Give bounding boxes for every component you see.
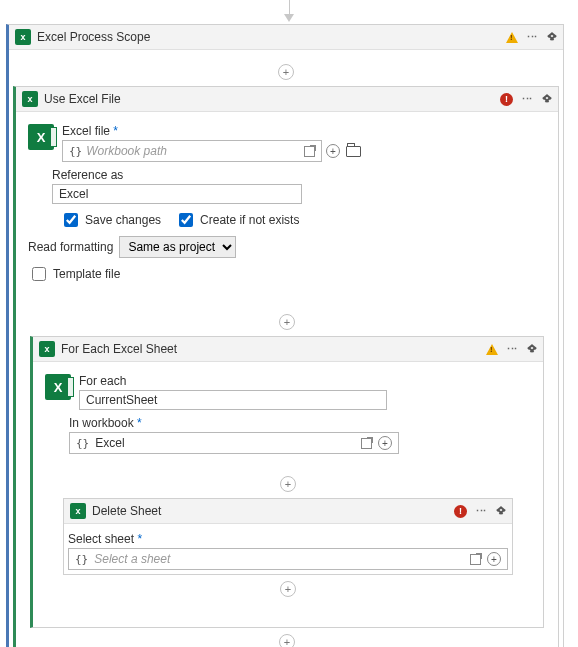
excel-icon: x <box>22 91 38 107</box>
more-menu-icon[interactable]: ⋮ <box>526 31 539 43</box>
activity-use-excel-file[interactable]: x Use Excel File ! ⋮ X Excel file <box>13 86 559 647</box>
add-activity-button[interactable]: + <box>279 314 295 330</box>
create-if-not-exists-checkbox[interactable]: Create if not exists <box>175 210 299 230</box>
plus-icon[interactable]: + <box>326 144 340 158</box>
expand-editor-icon[interactable] <box>304 146 315 157</box>
activity-title: Use Excel File <box>44 92 494 106</box>
warning-icon[interactable] <box>486 344 498 355</box>
error-icon[interactable]: ! <box>454 505 467 518</box>
activity-header[interactable]: x For Each Excel Sheet ⋮ <box>33 337 543 362</box>
reference-as-label: Reference as <box>52 168 544 182</box>
select-sheet-label: Select sheet <box>68 532 508 546</box>
activity-header[interactable]: x Delete Sheet ! ⋮ <box>64 499 512 524</box>
reference-as-field: Reference as <box>52 168 544 204</box>
for-each-label: For each <box>79 374 539 388</box>
excel-icon: x <box>39 341 55 357</box>
collapse-icon[interactable] <box>547 32 557 42</box>
activity-header[interactable]: x Excel Process Scope ⋮ <box>9 25 563 50</box>
add-activity-button[interactable]: + <box>278 64 294 80</box>
workflow-canvas: x Excel Process Scope ⋮ + x Use Excel Fi… <box>0 0 578 647</box>
activity-for-each-excel-sheet[interactable]: x For Each Excel Sheet ⋮ X <box>30 336 544 628</box>
add-activity-button[interactable]: + <box>280 581 296 597</box>
add-activity-button[interactable]: + <box>279 634 295 647</box>
excel-icon: x <box>70 503 86 519</box>
connector-arrow <box>284 14 294 22</box>
expression-icon: {} <box>75 553 88 566</box>
activity-body: X For each In workbook {} Exc <box>33 362 543 627</box>
excel-file-field: X Excel file {} Workbook path <box>28 124 554 162</box>
read-formatting-label: Read formatting <box>28 240 113 254</box>
plus-icon[interactable]: + <box>378 436 392 450</box>
in-workbook-input[interactable]: {} Excel + <box>69 432 399 454</box>
excel-icon: X <box>28 124 54 150</box>
expand-editor-icon[interactable] <box>361 438 372 449</box>
add-activity-button[interactable]: + <box>280 476 296 492</box>
expression-icon: {} <box>76 437 89 450</box>
template-file-input[interactable] <box>32 267 46 281</box>
collapse-icon[interactable] <box>527 344 537 354</box>
collapse-icon[interactable] <box>496 506 506 516</box>
workbook-path-input[interactable]: {} Workbook path <box>62 140 322 162</box>
error-icon[interactable]: ! <box>500 93 513 106</box>
browse-folder-icon[interactable] <box>346 146 361 157</box>
activity-title: Delete Sheet <box>92 504 448 518</box>
connector-line <box>289 0 290 14</box>
activity-body: X Excel file {} Workbook path <box>16 112 558 647</box>
activity-title: Excel Process Scope <box>37 30 500 44</box>
activity-body: Select sheet {} Select a sheet + <box>64 524 512 574</box>
excel-icon: x <box>15 29 31 45</box>
activity-header[interactable]: x Use Excel File ! ⋮ <box>16 87 558 112</box>
more-menu-icon[interactable]: ⋮ <box>475 505 488 517</box>
reference-as-input[interactable] <box>52 184 302 204</box>
expand-editor-icon[interactable] <box>470 554 481 565</box>
expression-icon: {} <box>69 145 82 158</box>
activity-delete-sheet[interactable]: x Delete Sheet ! ⋮ Select sheet <box>63 498 513 575</box>
collapse-icon[interactable] <box>542 94 552 104</box>
save-changes-input[interactable] <box>64 213 78 227</box>
warning-icon[interactable] <box>506 32 518 43</box>
plus-icon[interactable]: + <box>487 552 501 566</box>
for-each-field: X For each <box>45 374 539 410</box>
activity-excel-process-scope[interactable]: x Excel Process Scope ⋮ + x Use Excel Fi… <box>6 24 564 647</box>
create-if-not-exists-input[interactable] <box>179 213 193 227</box>
activity-title: For Each Excel Sheet <box>61 342 480 356</box>
select-sheet-input[interactable]: {} Select a sheet + <box>68 548 508 570</box>
activity-body: + x Use Excel File ! ⋮ X Exc <box>9 50 563 647</box>
for-each-input[interactable] <box>79 390 387 410</box>
in-workbook-field: In workbook {} Excel + <box>69 416 529 454</box>
excel-file-label: Excel file <box>62 124 361 138</box>
in-workbook-label: In workbook <box>69 416 529 430</box>
read-formatting-select[interactable]: Same as project <box>119 236 236 258</box>
template-file-checkbox[interactable]: Template file <box>28 264 120 284</box>
more-menu-icon[interactable]: ⋮ <box>521 93 534 105</box>
save-changes-checkbox[interactable]: Save changes <box>60 210 161 230</box>
excel-icon: X <box>45 374 71 400</box>
more-menu-icon[interactable]: ⋮ <box>506 343 519 355</box>
